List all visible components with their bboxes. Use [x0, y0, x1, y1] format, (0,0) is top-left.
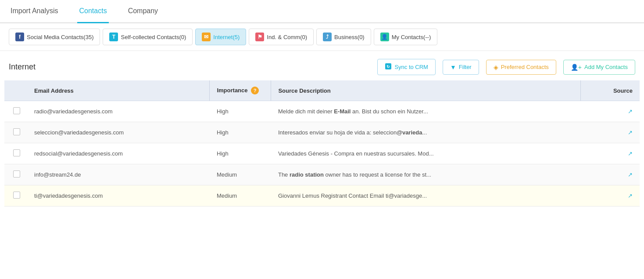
row-source-link[interactable]: ↗	[580, 164, 640, 185]
row-source-link[interactable]: ↗	[580, 122, 640, 143]
business-icon: ⤴	[323, 33, 332, 41]
row-source-desc: The radio station owner has to request a…	[271, 164, 580, 185]
row-checkbox[interactable]	[13, 107, 20, 114]
row-importance: High	[210, 101, 271, 122]
row-checkbox-cell	[4, 185, 27, 207]
sync-to-crm-button[interactable]: ↻ Sync to CRM	[377, 59, 436, 75]
row-email: radio@variedadesgenesis.com	[27, 101, 210, 122]
row-checkbox[interactable]	[13, 149, 20, 156]
row-source-link[interactable]: ↗	[580, 143, 640, 164]
filter-my-contacts[interactable]: 👤 My Contacts(--)	[374, 29, 438, 45]
internet-icon: ✉	[202, 33, 211, 41]
row-importance: Medium	[210, 185, 271, 207]
filter-self-collected-label: Self-collected Contacts(0)	[121, 34, 186, 40]
row-importance: High	[210, 143, 271, 164]
contacts-table: Email Address Importance ? Source Descri…	[4, 80, 640, 207]
importance-label: Importance	[217, 87, 247, 94]
self-collected-icon: T	[109, 33, 118, 41]
tab-company[interactable]: Company	[126, 0, 160, 23]
svg-text:↻: ↻	[386, 65, 390, 69]
row-source-link[interactable]: ↗	[580, 185, 640, 207]
row-importance: High	[210, 122, 271, 143]
filter-button[interactable]: ▼ Filter	[443, 60, 479, 75]
table-wrapper: Email Address Importance ? Source Descri…	[0, 80, 644, 207]
filter-business[interactable]: ⤴ Business(0)	[316, 29, 371, 45]
filter-ind-comm[interactable]: ⚑ Ind. & Comm(0)	[249, 29, 314, 45]
row-checkbox-cell	[4, 101, 27, 122]
filter-business-label: Business(0)	[334, 34, 365, 40]
table-row: ti@variedadesgenesis.comMediumGiovanni L…	[4, 185, 640, 207]
my-contacts-icon: 👤	[380, 33, 389, 41]
importance-help-icon[interactable]: ?	[251, 87, 259, 94]
preferred-icon: ◈	[494, 64, 498, 71]
col-checkbox	[4, 80, 27, 101]
filter-bar: f Social Media Contacts(35) T Self-colle…	[0, 23, 644, 51]
row-source-desc: Variedades Génesis - Compra en nuestras …	[271, 143, 580, 164]
table-header-row: Email Address Importance ? Source Descri…	[4, 80, 640, 101]
sync-label: Sync to CRM	[394, 64, 428, 70]
row-email: redsocial@variedadesgenesis.com	[27, 143, 210, 164]
row-checkbox[interactable]	[13, 170, 20, 178]
col-email-header: Email Address	[27, 80, 210, 101]
section-title: Internet	[9, 62, 370, 72]
social-media-icon: f	[15, 33, 24, 41]
table-row: radio@variedadesgenesis.comHighMelde dic…	[4, 101, 640, 122]
row-importance: Medium	[210, 164, 271, 185]
row-source-desc: Interesados enviar su hoja de vida a: se…	[271, 122, 580, 143]
col-source-desc-header: Source Description	[271, 80, 580, 101]
row-checkbox-cell	[4, 143, 27, 164]
table-row: redsocial@variedadesgenesis.comHighVarie…	[4, 143, 640, 164]
row-checkbox-cell	[4, 122, 27, 143]
filter-label: Filter	[459, 64, 472, 70]
row-source-desc: Melde dich mit deiner E-Mail an. Bist du…	[271, 101, 580, 122]
section-header: Internet ↻ Sync to CRM ▼ Filter ◈ Prefer…	[0, 51, 644, 80]
row-email: seleccion@variedadesgenesis.com	[27, 122, 210, 143]
add-contacts-icon: 👤+	[571, 64, 582, 71]
filter-self-collected[interactable]: T Self-collected Contacts(0)	[103, 29, 193, 45]
preferred-contacts-button[interactable]: ◈ Preferred Contacts	[486, 60, 556, 75]
filter-social-media[interactable]: f Social Media Contacts(35)	[9, 29, 100, 45]
row-source-desc: Giovanni Lemus Registrant Contact Email …	[271, 185, 580, 207]
tab-import-analysis[interactable]: Import Analysis	[9, 0, 60, 23]
add-my-contacts-button[interactable]: 👤+ Add My Contacts	[563, 60, 635, 75]
tab-contacts[interactable]: Contacts	[77, 0, 108, 23]
row-checkbox[interactable]	[13, 192, 20, 199]
col-source-header: Source	[580, 80, 640, 101]
filter-social-media-label: Social Media Contacts(35)	[27, 34, 93, 40]
filter-my-contacts-label: My Contacts(--)	[392, 34, 431, 40]
top-tabs: Import Analysis Contacts Company	[0, 0, 644, 23]
filter-ind-comm-label: Ind. & Comm(0)	[267, 34, 307, 40]
col-importance-header: Importance ?	[210, 80, 271, 101]
filter-icon: ▼	[450, 64, 456, 71]
filter-internet-label: Internet(5)	[213, 34, 240, 40]
table-row: info@stream24.deMediumThe radio station …	[4, 164, 640, 185]
add-contacts-label: Add My Contacts	[584, 64, 628, 70]
ind-comm-icon: ⚑	[255, 33, 264, 41]
row-checkbox[interactable]	[13, 128, 20, 135]
sync-icon: ↻	[385, 63, 392, 71]
row-source-link[interactable]: ↗	[580, 101, 640, 122]
row-email: info@stream24.de	[27, 164, 210, 185]
row-email: ti@variedadesgenesis.com	[27, 185, 210, 207]
table-row: seleccion@variedadesgenesis.comHighInter…	[4, 122, 640, 143]
row-checkbox-cell	[4, 164, 27, 185]
filter-internet[interactable]: ✉ Internet(5)	[195, 29, 246, 45]
preferred-label: Preferred Contacts	[501, 64, 549, 70]
